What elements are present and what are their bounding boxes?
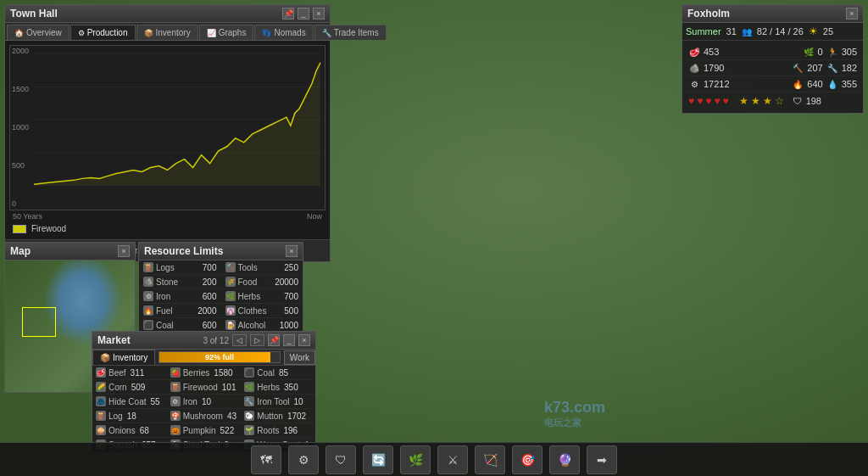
minimap-close-button[interactable]: × [118,245,130,257]
shield-value: 198 [806,96,821,106]
foxholm-title-bar: Foxholm × [682,5,863,23]
town-hall-title-bar: Town Hall 📌 _ × [5,5,330,23]
star-3: ★ [763,95,772,107]
bottom-btn-magic[interactable]: 🔮 [549,445,580,474]
tab-overview[interactable]: 🏠 Overview [7,25,70,40]
tab-graphs[interactable]: 📈 Graphs [199,25,254,40]
market-title-bar: Market 3 of 12 ◁ ▷ 📌 _ × [92,332,315,350]
list-item: 🔧 Iron Tool 10 [241,395,315,409]
hearts-stars-row: ♥ ♥ ♥ ♥ ♥ ★ ★ ★ ☆ 🛡 198 [686,92,860,109]
chart-labels: 50 Years Now [9,210,326,222]
resource-row-tools: 🔨 Tools 250 [221,260,303,275]
heart-5: ♥ [723,95,729,107]
star-4: ☆ [775,95,784,107]
town-hall-tab-bar: 🏠 Overview ⚙ Production 📦 Inventory 📈 Gr… [5,23,330,41]
bottom-btn-bow[interactable]: 🏹 [475,445,505,474]
heart-3: ♥ [705,95,711,107]
herb-icon: 🌿 [803,46,815,58]
sun-icon: ☀ [809,25,818,37]
chart-container: 2000 1500 1000 500 0 50 Years Now [5,41,330,239]
resource-limits-title: Resource Limits [144,245,223,257]
resource-row-clothes: 👘 Clothes 500 [221,304,303,318]
resource-close-button[interactable]: × [286,245,298,257]
foxholm-close-button[interactable]: × [846,8,858,20]
list-item: 🧥 Hide Coat 55 [92,395,167,409]
work-button[interactable]: Work [284,350,315,365]
gear-icon: ⚙ [688,78,700,90]
y-axis-labels: 2000 1500 1000 500 0 [12,46,29,210]
tab-inventory[interactable]: 📦 Inventory [136,25,198,40]
list-item: 🍄 Mushroom 43 [167,409,242,423]
heart-1: ♥ [688,95,694,107]
minimap-viewport[interactable] [22,307,56,337]
chart-x-start: 50 Years [13,212,42,221]
sun-value: 25 [823,26,833,36]
minimize-button[interactable]: _ [298,8,309,20]
stone-icon2: 🪨 [688,62,700,74]
heart-4: ♥ [714,95,720,107]
market-next-button[interactable]: ▷ [250,334,264,346]
shield-icon: 🛡 [793,96,802,106]
resource-limits-panel: Resource Limits × 🪵 Logs 700 🔨 Tools 250… [138,242,303,333]
market-close-button[interactable]: × [298,334,310,346]
list-item: ⬛ Coal 85 [241,366,315,380]
heart-2: ♥ [697,95,703,107]
droplet-icon: 💧 [826,78,838,90]
herbs-icon: 🌿 [225,291,236,301]
tools-icon: 🔨 [225,262,236,272]
bottom-btn-refresh[interactable]: 🔄 [363,445,393,474]
legend-label: Firewood [31,224,66,233]
list-item: 🥩 Beef 311 [92,366,167,380]
foxholm-panel: Foxholm × Summer 31 👥 82 / 14 / 26 ☀ 25 … [682,4,864,114]
star-1: ★ [739,95,748,107]
watermark: k73.com 电玩之家 [544,399,605,429]
bottom-btn-target[interactable]: 🎯 [512,445,542,474]
bottom-btn-map[interactable]: 🗺 [251,445,281,474]
pin-button[interactable]: 📌 [282,8,294,20]
population-icon: 👥 [742,27,752,36]
tab-production[interactable]: ⚙ Production [70,25,136,40]
tab-trade-items[interactable]: 🔧 Trade Items [314,25,387,40]
chart-x-end: Now [307,212,322,221]
hammer-icon: 🔨 [792,62,804,74]
bottom-btn-shield[interactable]: 🛡 [326,445,356,474]
tab-nomads[interactable]: 👣 Nomads [254,25,313,40]
close-button[interactable]: × [313,8,325,20]
resource-grid: 🪵 Logs 700 🔨 Tools 250 🪨 Stone 200 🌾 Foo… [139,260,303,333]
market-minimize-button[interactable]: _ [283,334,295,346]
list-item: 🪵 Firewood 101 [167,380,242,395]
market-panel: Market 3 of 12 ◁ ▷ 📌 _ × 📦 Inventory 92%… [92,331,316,453]
bottom-btn-sword[interactable]: ⚔ [437,445,468,474]
foxholm-title: Foxholm [687,8,730,20]
market-tab-bar: 📦 Inventory 92% full Work [92,350,315,366]
bottom-bar: 🗺 ⚙ 🛡 🔄 🌿 ⚔ 🏹 🎯 🔮 ➡ [0,442,868,476]
fuel-icon: 🔥 [143,305,153,316]
meat-icon: 🥩 [688,46,700,58]
list-item: 🎃 Pumpkin 522 [167,423,242,438]
progress-text: 92% full [159,352,280,362]
title-controls: 📌 _ × [282,8,325,20]
market-controls: 3 of 12 ◁ ▷ 📌 _ × [203,334,310,346]
resource-row-stone: 🪨 Stone 200 [139,275,221,289]
market-pin-button[interactable]: 📌 [268,334,280,346]
market-prev-button[interactable]: ◁ [232,334,247,346]
resource-row-food: 🌾 Food 20000 [221,275,303,289]
market-page: 3 of 12 [203,336,229,345]
star-2: ★ [751,95,760,107]
fire-icon: 🔥 [792,78,804,90]
resource-title-bar: Resource Limits × [139,243,303,260]
day-number: 31 [726,26,737,36]
bottom-btn-nature[interactable]: 🌿 [400,445,431,474]
stat-row-gear: ⚙ 17212 🔥 640 💧 355 [686,76,860,92]
chart-svg [10,46,325,210]
season-label: Summer [686,26,721,36]
bottom-btn-next[interactable]: ➡ [587,445,617,474]
market-items-list: 🥩 Beef 311 🍓 Berries 1580 ⬛ Coal 85 🌽 Co… [92,366,315,452]
list-item: 🌿 Herbs 350 [241,380,315,395]
bottom-btn-settings[interactable]: ⚙ [288,445,319,474]
chart-legend: Firewood [9,222,326,235]
stone-icon: 🪨 [143,277,153,287]
list-item: 🐑 Mutton 1702 [241,409,315,423]
market-tab-inventory[interactable]: 📦 Inventory [92,350,155,365]
run-icon: 🏃 [826,46,838,58]
